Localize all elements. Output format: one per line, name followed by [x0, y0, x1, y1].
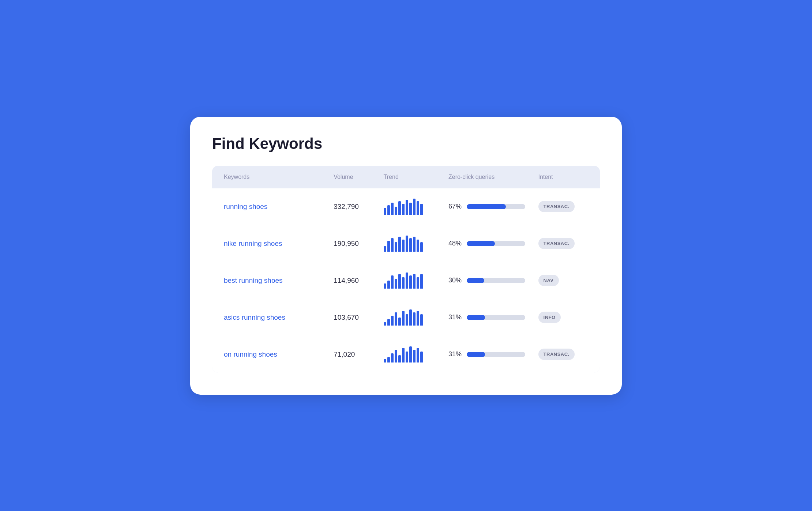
trend-bar — [409, 275, 412, 288]
intent-badge: INFO — [538, 312, 561, 323]
intent-cell: TRANSAC. — [538, 349, 588, 360]
keyword-link[interactable]: best running shoes — [224, 277, 283, 284]
trend-bar — [384, 359, 386, 362]
zero-click-cell: 67% — [448, 203, 538, 210]
progress-bar-bg — [467, 278, 525, 283]
intent-badge: TRANSAC. — [538, 201, 575, 212]
table-row: on running shoes71,02031%TRANSAC. — [212, 336, 600, 373]
trend-bar — [391, 275, 394, 288]
trend-bar — [402, 348, 405, 362]
trend-bar — [417, 311, 419, 326]
trend-bar — [402, 311, 405, 326]
zero-click-cell: 30% — [448, 277, 538, 284]
keyword-link[interactable]: nike running shoes — [224, 240, 282, 247]
main-card: Find Keywords Keywords Volume Trend Zero… — [190, 117, 622, 395]
volume-value: 190,950 — [334, 240, 383, 248]
zero-click-percent: 31% — [448, 350, 463, 358]
zero-click-cell: 31% — [448, 350, 538, 358]
zero-click-percent: 31% — [448, 313, 463, 321]
zero-click-percent: 30% — [448, 277, 463, 284]
trend-bar — [398, 237, 401, 251]
trend-bar — [406, 352, 408, 362]
intent-cell: TRANSAC. — [538, 238, 588, 249]
zero-click-percent: 67% — [448, 203, 463, 210]
table-row: asics running shoes103,67031%INFO — [212, 299, 600, 336]
trend-bar — [420, 314, 423, 326]
trend-bar — [409, 309, 412, 326]
trend-bar — [402, 240, 405, 252]
keywords-table: Keywords Volume Trend Zero-click queries… — [212, 166, 600, 373]
trend-bar — [398, 355, 401, 362]
header-trend: Trend — [384, 174, 448, 180]
table-header: Keywords Volume Trend Zero-click queries… — [212, 166, 600, 188]
header-keywords: Keywords — [224, 174, 334, 180]
trend-bar — [395, 207, 397, 215]
trend-bar — [398, 201, 401, 215]
zero-click-cell: 31% — [448, 313, 538, 321]
progress-bar-fill — [467, 241, 495, 246]
trend-bar — [384, 208, 386, 214]
trend-bar — [413, 199, 416, 215]
header-intent: Intent — [538, 174, 588, 180]
trend-bar — [402, 277, 405, 289]
progress-bar-bg — [467, 241, 525, 246]
trend-bar — [417, 348, 419, 362]
trend-bar — [420, 204, 423, 214]
keyword-link[interactable]: on running shoes — [224, 350, 277, 358]
volume-value: 332,790 — [334, 203, 383, 211]
trend-bar — [409, 346, 412, 362]
trend-bar — [406, 200, 408, 214]
trend-bar — [395, 312, 397, 325]
keyword-link[interactable]: asics running shoes — [224, 313, 285, 321]
trend-bar — [413, 274, 416, 289]
intent-cell: INFO — [538, 312, 588, 323]
volume-value: 71,020 — [334, 350, 383, 358]
page-title: Find Keywords — [212, 135, 600, 153]
trend-bar — [413, 312, 416, 325]
keyword-link[interactable]: running shoes — [224, 203, 267, 210]
trend-bar — [391, 203, 394, 215]
table-row: nike running shoes190,95048%TRANSAC. — [212, 225, 600, 262]
trend-bar — [391, 353, 394, 362]
trend-bar — [413, 350, 416, 362]
trend-bar — [409, 238, 412, 252]
trend-bar — [395, 279, 397, 288]
trend-bar — [409, 203, 412, 215]
trend-bar — [384, 283, 386, 288]
progress-bar-fill — [467, 315, 485, 320]
trend-bar — [395, 350, 397, 362]
header-volume: Volume — [334, 174, 383, 180]
trend-bar — [395, 242, 397, 252]
progress-bar-bg — [467, 352, 525, 357]
intent-cell: NAV — [538, 275, 588, 286]
trend-bar — [413, 237, 416, 251]
trend-bar — [384, 246, 386, 252]
trend-bar — [406, 314, 408, 326]
trend-chart — [384, 236, 448, 252]
trend-bar — [387, 319, 390, 326]
progress-bar-fill — [467, 352, 485, 357]
header-zero-click: Zero-click queries — [448, 174, 538, 180]
trend-bar — [417, 240, 419, 252]
progress-bar-fill — [467, 278, 484, 283]
trend-chart — [384, 273, 448, 289]
trend-bar — [384, 322, 386, 326]
trend-bar — [406, 273, 408, 289]
trend-bar — [387, 241, 390, 251]
trend-bar — [420, 274, 423, 289]
intent-cell: TRANSAC. — [538, 201, 588, 212]
trend-bar — [391, 316, 394, 325]
trend-bar — [420, 242, 423, 252]
trend-bar — [402, 204, 405, 214]
progress-bar-bg — [467, 204, 525, 209]
zero-click-cell: 48% — [448, 240, 538, 247]
trend-bar — [406, 236, 408, 252]
trend-bar — [391, 238, 394, 252]
trend-bar — [398, 318, 401, 326]
trend-bar — [420, 352, 423, 362]
table-row: best running shoes114,96030%NAV — [212, 262, 600, 299]
trend-bar — [387, 357, 390, 362]
table-body: running shoes332,79067%TRANSAC.nike runn… — [212, 188, 600, 373]
trend-bar — [387, 281, 390, 289]
trend-chart — [384, 346, 448, 362]
